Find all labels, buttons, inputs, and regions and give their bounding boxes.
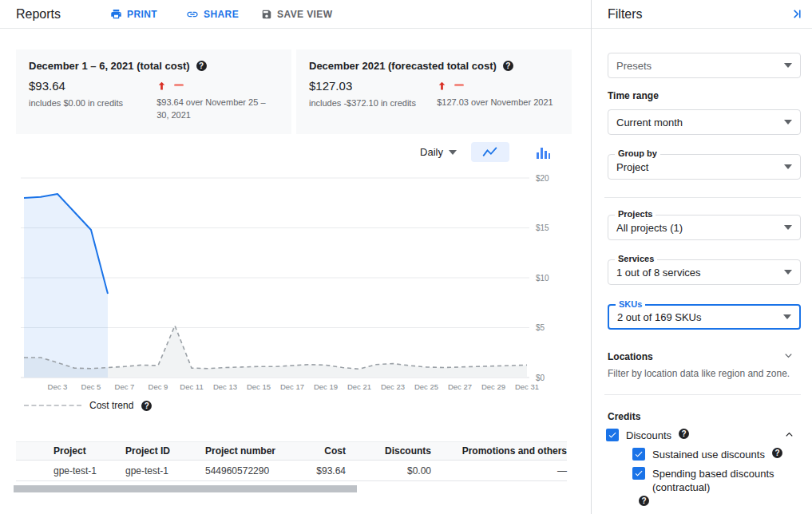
svg-text:Dec 27: Dec 27 bbox=[448, 382, 472, 391]
svg-text:$0: $0 bbox=[536, 374, 545, 382]
credits-collapse-button[interactable] bbox=[783, 429, 795, 444]
chevron-up-icon bbox=[783, 429, 795, 441]
svg-text:$20: $20 bbox=[536, 174, 549, 183]
discounts-credit-row: Discounts bbox=[606, 429, 689, 442]
interval-dropdown[interactable]: Daily bbox=[420, 146, 457, 158]
time-range-value: Current month bbox=[616, 117, 784, 128]
cell-project-number: 544960572290 bbox=[205, 465, 285, 476]
svg-text:$5: $5 bbox=[536, 323, 545, 332]
current-cost-card: December 1 – 6, 2021 (total cost) $93.64… bbox=[16, 49, 291, 134]
table-row[interactable]: gpe-test-1 gpe-test-1 544960572290 $93.6… bbox=[16, 461, 567, 481]
legend-label: Cost trend bbox=[89, 400, 133, 411]
svg-text:Dec 3: Dec 3 bbox=[48, 382, 68, 391]
divider bbox=[604, 197, 801, 198]
card-title: December 1 – 6, 2021 (total cost) bbox=[29, 60, 190, 72]
svg-text:Dec 17: Dec 17 bbox=[280, 382, 304, 391]
discounts-label: Discounts bbox=[626, 429, 671, 442]
locations-expand-button[interactable] bbox=[782, 350, 794, 365]
page-title: Reports bbox=[16, 7, 61, 22]
svg-text:Dec 13: Dec 13 bbox=[213, 382, 237, 391]
svg-text:Dec 29: Dec 29 bbox=[481, 382, 505, 391]
save-view-label: SAVE VIEW bbox=[277, 9, 332, 20]
cell-cost: $93.64 bbox=[285, 465, 346, 476]
col-promotions: Promotions and others bbox=[431, 445, 567, 457]
help-icon[interactable] bbox=[196, 61, 207, 71]
cost-chart: $0$5$10$15$20Dec 3Dec 5Dec 7Dec 9Dec 11D… bbox=[16, 168, 575, 401]
main-content: Reports PRINT SHARE SAVE VIEW December 1… bbox=[0, 0, 591, 514]
chart-legend: Cost trend bbox=[24, 400, 152, 411]
link-icon bbox=[186, 8, 199, 21]
chevron-down-icon bbox=[782, 350, 794, 362]
help-icon[interactable] bbox=[772, 448, 782, 458]
svg-text:Dec 5: Dec 5 bbox=[81, 382, 101, 391]
col-cost: Cost bbox=[285, 445, 346, 457]
printer-icon bbox=[110, 8, 122, 20]
checkbox-spending-based-discounts[interactable] bbox=[632, 467, 645, 480]
print-button[interactable]: PRINT bbox=[110, 8, 157, 20]
sustained-use-discounts-label: Sustained use discounts bbox=[652, 448, 765, 461]
trend-flat-icon bbox=[454, 84, 464, 87]
checkbox-sustained-use-discounts[interactable] bbox=[632, 448, 645, 461]
billing-reports-page: Reports PRINT SHARE SAVE VIEW December 1… bbox=[0, 0, 812, 514]
filters-title: Filters bbox=[608, 7, 643, 22]
checkbox-discounts[interactable] bbox=[606, 429, 619, 441]
cost-trend-line-sample bbox=[24, 405, 81, 406]
skus-dropdown[interactable]: SKUs 2 out of 169 SKUs bbox=[608, 304, 801, 330]
projects-dropdown[interactable]: Projects All projects (1) bbox=[608, 215, 801, 240]
trend-flat-icon bbox=[174, 84, 184, 87]
caret-down-icon bbox=[784, 120, 792, 125]
services-value: 1 out of 8 services bbox=[616, 267, 784, 279]
collapse-panel-button[interactable] bbox=[790, 7, 803, 23]
cost-amount: $127.03 bbox=[309, 79, 437, 93]
svg-text:Dec 23: Dec 23 bbox=[381, 382, 405, 391]
svg-text:Dec 21: Dec 21 bbox=[347, 382, 371, 391]
caret-down-icon bbox=[784, 63, 792, 68]
presets-dropdown[interactable]: Presets bbox=[608, 53, 801, 78]
help-icon[interactable] bbox=[679, 429, 689, 439]
credits-note: includes -$372.10 in credits bbox=[309, 98, 437, 108]
group-by-dropdown[interactable]: Group by Project bbox=[608, 154, 801, 180]
svg-text:Dec 9: Dec 9 bbox=[149, 382, 168, 391]
bar-chart-toggle[interactable] bbox=[524, 142, 562, 162]
line-chart-toggle[interactable] bbox=[471, 142, 509, 162]
group-by-value: Project bbox=[616, 161, 784, 173]
bar-chart-icon bbox=[536, 146, 550, 159]
share-label: SHARE bbox=[204, 9, 239, 20]
group-by-label: Group by bbox=[615, 148, 660, 159]
col-project: Project bbox=[53, 445, 125, 457]
services-label: Services bbox=[615, 254, 657, 264]
time-range-label: Time range bbox=[608, 90, 659, 101]
checkmark-icon bbox=[634, 449, 644, 459]
save-view-button[interactable]: SAVE VIEW bbox=[261, 9, 332, 20]
help-icon[interactable] bbox=[141, 401, 152, 411]
time-range-dropdown[interactable]: Current month bbox=[608, 109, 801, 135]
share-button[interactable]: SHARE bbox=[186, 8, 239, 21]
cost-amount: $93.64 bbox=[29, 79, 156, 93]
svg-text:$10: $10 bbox=[536, 274, 549, 283]
trend-up-icon bbox=[437, 80, 447, 92]
comparison-note: $127.03 over November 2021 bbox=[437, 97, 559, 109]
card-title: December 2021 (forecasted total cost) bbox=[309, 60, 497, 72]
help-icon[interactable] bbox=[639, 496, 649, 506]
col-project-id: Project ID bbox=[125, 445, 205, 457]
locations-label: Locations bbox=[608, 351, 653, 362]
print-label: PRINT bbox=[127, 9, 157, 20]
projects-value: All projects (1) bbox=[616, 222, 784, 234]
checkmark-icon bbox=[634, 469, 644, 478]
locations-description: Filter by location data like region and … bbox=[608, 368, 791, 379]
services-dropdown[interactable]: Services 1 out of 8 services bbox=[608, 259, 801, 285]
cost-table: Project Project ID Project number Cost D… bbox=[16, 441, 567, 481]
presets-value: Presets bbox=[616, 60, 784, 72]
svg-text:$15: $15 bbox=[536, 223, 549, 232]
svg-text:Dec 11: Dec 11 bbox=[180, 382, 203, 391]
credits-note: includes $0.00 in credits bbox=[29, 98, 156, 108]
caret-down-icon bbox=[784, 270, 792, 275]
cost-summary-cards: December 1 – 6, 2021 (total cost) $93.64… bbox=[16, 49, 572, 134]
horizontal-scrollbar[interactable] bbox=[14, 485, 357, 492]
interval-value: Daily bbox=[420, 146, 443, 158]
spending-discounts-row: Spending based discounts (contractual) bbox=[632, 467, 786, 494]
trend-up-icon bbox=[156, 80, 167, 92]
filters-header: Filters bbox=[592, 0, 812, 29]
projects-label: Projects bbox=[615, 209, 656, 219]
help-icon[interactable] bbox=[503, 61, 513, 71]
